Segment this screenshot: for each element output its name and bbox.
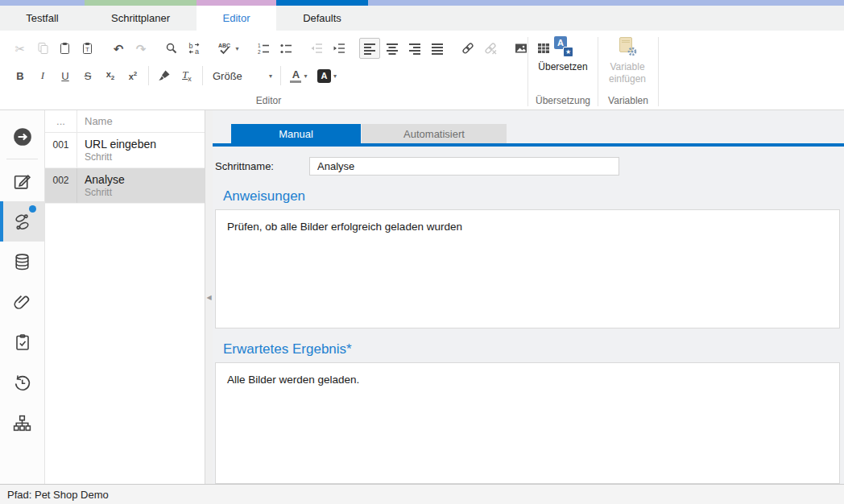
path-label: Pfad: Pet Shop Demo (7, 489, 109, 501)
tab-defaults[interactable]: Defaults (276, 0, 368, 31)
group-label-variables: Variablen (598, 95, 658, 109)
strikethrough-icon: S (85, 70, 92, 82)
font-size-dropdown[interactable]: Größe ▾ (208, 66, 275, 85)
ribbon-row-1: ✂ T ↶ ↷ ba ABC ▾ (10, 35, 528, 62)
outdent-button[interactable] (306, 38, 327, 59)
tab-testfall[interactable]: Testfall (0, 0, 85, 31)
status-bar: Pfad: Pet Shop Demo (0, 484, 844, 504)
group-label-translation: Übersetzung (528, 95, 598, 109)
cut-button[interactable]: ✂ (10, 38, 31, 59)
tab-label: Editor (197, 6, 276, 31)
paste-text-icon: T (81, 42, 94, 55)
align-left-icon (363, 42, 376, 55)
step-title: Analyse (85, 173, 125, 186)
tab-automatisiert[interactable]: Automatisiert (362, 124, 507, 143)
collapse-left-icon[interactable]: ◀ (206, 294, 211, 301)
font-size-value: Größe (213, 70, 242, 82)
sidebar-item-goto[interactable] (0, 117, 44, 157)
tab-manual[interactable]: Manual (231, 124, 361, 143)
panel-splitter[interactable]: ◀ (205, 110, 213, 484)
sidebar-item-attachments[interactable] (0, 282, 44, 322)
separator (202, 66, 203, 85)
superscript-button[interactable]: x2 (122, 65, 143, 86)
search-icon (165, 42, 178, 55)
sidebar-item-history[interactable] (0, 362, 44, 403)
editor-tabs: Manual Automatisiert (215, 124, 840, 143)
ribbon: ✂ T ↶ ↷ ba ABC ▾ (0, 31, 844, 110)
insert-variable-button-label: Variable einfügen (598, 61, 656, 85)
step-row-001[interactable]: 001 URL eingeben Schritt (45, 133, 205, 168)
align-center-button[interactable] (382, 38, 403, 59)
bold-button[interactable]: B (10, 65, 31, 86)
gear-icon (627, 46, 638, 57)
redo-icon: ↷ (136, 43, 147, 55)
bullet-list-button[interactable] (275, 38, 296, 59)
replace-icon: ba (188, 42, 201, 55)
underline-button[interactable]: U (55, 65, 76, 86)
database-icon (12, 252, 32, 272)
justify-button[interactable] (427, 38, 448, 59)
svg-text:2: 2 (258, 49, 261, 55)
chevron-down-icon: ▾ (304, 72, 307, 80)
column-header-more: ... (45, 110, 77, 132)
step-subtitle: Schritt (85, 151, 156, 163)
indent-button[interactable] (329, 38, 350, 59)
separator (148, 66, 149, 85)
expected-result-textarea[interactable]: Alle Bilder werden geladen. (215, 362, 840, 484)
translate-icon: A ★ (552, 36, 574, 57)
translate-button[interactable]: A ★ Übersetzen (528, 31, 598, 73)
subscript-icon: x2 (106, 69, 115, 81)
body: ... Name 001 URL eingeben Schritt 002 An… (0, 110, 844, 484)
ordered-list-icon: 12 (257, 42, 270, 55)
ordered-list-button[interactable]: 12 (253, 38, 274, 59)
insert-variable-button[interactable]: Variable einfügen (598, 31, 656, 85)
sidebar-item-steps[interactable] (0, 201, 44, 242)
remove-link-button[interactable] (480, 38, 501, 59)
bold-icon: B (16, 70, 23, 82)
copy-button[interactable] (32, 38, 53, 59)
tab-label: Schrittplaner (85, 6, 197, 31)
sidebar-item-hierarchy[interactable] (0, 403, 44, 443)
ribbon-group-variables: Variable einfügen Variablen (598, 31, 658, 109)
window-tabbar: Testfall Schrittplaner Editor Defaults (0, 0, 844, 31)
insert-link-button[interactable] (457, 38, 478, 59)
strikethrough-button[interactable]: S (77, 65, 98, 86)
font-color-button[interactable]: A ▾ (286, 65, 312, 86)
stepname-row: Schrittname: (215, 157, 840, 176)
underline-icon: U (61, 70, 68, 82)
background-color-icon: A (317, 69, 331, 83)
spellcheck-icon: ABC (218, 42, 233, 55)
history-icon (12, 373, 32, 393)
tab-editor[interactable]: Editor (197, 0, 276, 31)
redo-button[interactable]: ↷ (130, 38, 151, 59)
steps-panel: ... Name 001 URL eingeben Schritt 002 An… (45, 110, 205, 484)
svg-text:a: a (195, 48, 199, 56)
format-painter-button[interactable] (154, 65, 175, 86)
stepname-label: Schrittname: (215, 160, 309, 172)
spellcheck-button[interactable]: ABC ▾ (214, 38, 243, 59)
sidebar-item-data[interactable] (0, 242, 44, 282)
sidebar-item-checklist[interactable] (0, 322, 44, 362)
clear-formatting-button[interactable]: Tx (176, 65, 197, 86)
indent-icon (333, 42, 345, 55)
step-row-002[interactable]: 002 Analyse Schritt (45, 168, 205, 204)
stepname-input[interactable] (309, 157, 619, 176)
align-right-button[interactable] (404, 38, 425, 59)
background-color-button[interactable]: A ▾ (313, 65, 341, 86)
search-button[interactable] (161, 38, 182, 59)
tab-schrittplaner[interactable]: Schrittplaner (85, 0, 197, 31)
undo-button[interactable]: ↶ (108, 38, 129, 59)
align-left-button[interactable] (359, 38, 380, 59)
replace-button[interactable]: ba (184, 38, 205, 59)
paste-as-text-button[interactable]: T (77, 38, 98, 59)
group-separator (658, 37, 659, 106)
instructions-textarea[interactable]: Prüfen, ob alle Bilder erfolgreich gelad… (215, 209, 840, 328)
subscript-button[interactable]: x2 (100, 65, 121, 86)
variable-icon (616, 36, 639, 57)
clipboard-check-icon (13, 333, 32, 352)
superscript-icon: x2 (129, 70, 138, 81)
sidebar-item-edit[interactable] (0, 161, 44, 201)
step-number: 001 (45, 133, 77, 167)
paste-button[interactable] (55, 38, 76, 59)
italic-button[interactable]: I (32, 65, 53, 86)
